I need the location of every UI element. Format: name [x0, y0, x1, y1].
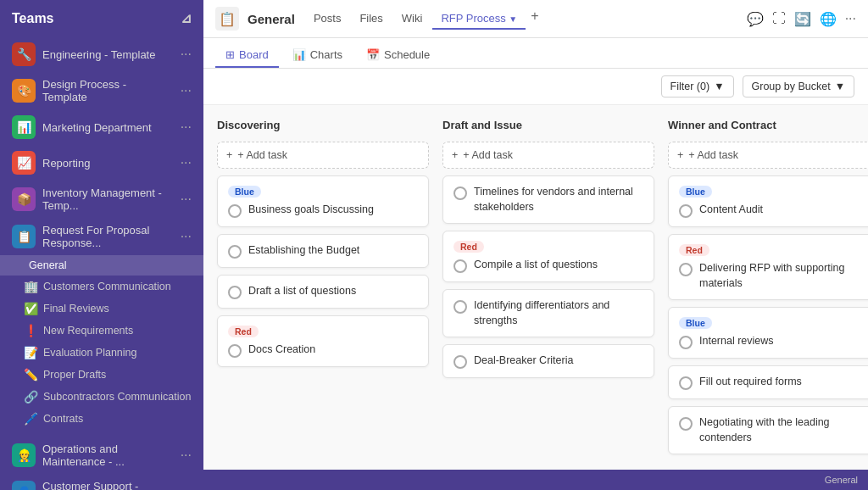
task-row-c1: Business goals Discussing — [228, 203, 418, 218]
more-icon-reporting[interactable]: ··· — [181, 155, 192, 170]
task-card-d3[interactable]: Identifying differentiators and strength… — [442, 289, 654, 337]
task-card-d2[interactable]: Red Compile a list of questions — [442, 231, 654, 282]
task-row-c3: Draft a list of questions — [228, 284, 418, 299]
sidebar-item-operations[interactable]: 👷 Operations and Maintenance - ... ··· — [0, 437, 203, 474]
task-card-w2[interactable]: Red Delivering RFP with supporting mater… — [668, 234, 868, 300]
team-name-design: Design Process - Template — [42, 78, 174, 103]
nav-wiki[interactable]: Wiki — [393, 8, 431, 30]
more-icon-inventory[interactable]: ··· — [181, 192, 192, 207]
sidebar-item-rfp[interactable]: 📋 Request For Proposal Response... ··· — [0, 218, 203, 255]
task-label-c4: Red — [228, 326, 259, 337]
nav-posts[interactable]: Posts — [305, 8, 350, 30]
more-icon-customer-support[interactable]: ··· — [181, 485, 192, 490]
bottom-bar-label: General — [825, 475, 858, 485]
more-actions-icon[interactable]: ··· — [845, 11, 856, 26]
channel-subcontractors[interactable]: 🔗 Subcontractors Communication — [0, 386, 203, 408]
other-teams-list: 👷 Operations and Maintenance - ... ··· 👤… — [0, 437, 203, 490]
channel-final[interactable]: ✅ Final Reviews — [0, 298, 203, 320]
sidebar-item-design[interactable]: 🎨 Design Process - Template ··· — [0, 72, 203, 109]
task-card-w3[interactable]: Blue Internal reviews — [668, 307, 868, 359]
task-checkbox-w3[interactable] — [679, 336, 693, 349]
channel-icon-subcontractors: 🔗 — [24, 390, 38, 404]
nav-files[interactable]: Files — [351, 8, 391, 30]
add-task-winner[interactable]: + + Add task — [668, 142, 868, 169]
sidebar-header: Teams ⊿ — [0, 0, 203, 36]
task-checkbox-w2[interactable] — [679, 263, 693, 276]
channel-contrats[interactable]: 🖊️ Contrats — [0, 408, 203, 430]
chat-icon[interactable]: 💬 — [747, 11, 764, 27]
channel-label-drafts: Proper Drafts — [43, 369, 106, 381]
globe-icon[interactable]: 🌐 — [820, 11, 837, 27]
task-label-w2: Red — [679, 244, 709, 256]
task-text-w2: Delivering RFP with supporting materials — [699, 261, 868, 291]
add-task-icon: + — [226, 149, 232, 161]
filter-icon[interactable]: ⊿ — [181, 10, 192, 26]
schedule-tab-icon: 📅 — [366, 48, 380, 61]
task-checkbox-w4[interactable] — [679, 376, 693, 390]
sidebar-item-inventory[interactable]: 📦 Inventory Management - Temp... ··· — [0, 181, 203, 218]
task-checkbox-c3[interactable] — [228, 286, 242, 299]
task-card-w5[interactable]: Negotiating with the leading contenders — [668, 406, 868, 454]
task-card-c4[interactable]: Red Docs Creation — [217, 315, 429, 367]
tab-charts[interactable]: 📊 Charts — [282, 43, 353, 68]
tab-board[interactable]: ⊞ Board — [215, 43, 279, 68]
add-task-icon-draft: + — [452, 149, 458, 161]
group-by-button[interactable]: Group by Bucket ▼ — [743, 75, 854, 97]
task-card-d4[interactable]: Deal-Breaker Criteria — [442, 344, 654, 378]
charts-tab-label: Charts — [310, 48, 342, 61]
task-checkbox-d3[interactable] — [453, 300, 467, 314]
task-checkbox-d1[interactable] — [453, 187, 467, 200]
more-icon-marketing[interactable]: ··· — [181, 120, 192, 135]
task-checkbox-c2[interactable] — [228, 245, 242, 259]
sidebar-item-customer-support[interactable]: 👤 Customer Support - Template ··· — [0, 474, 203, 490]
task-text-c1: Business goals Discussing — [248, 203, 374, 218]
task-text-w1: Content Audit — [699, 203, 763, 218]
task-card-c2[interactable]: Establishing the Budget — [217, 234, 429, 268]
channel-general[interactable]: General — [0, 255, 203, 276]
sidebar-item-marketing[interactable]: 📊 Marketing Department ··· — [0, 109, 203, 145]
expand-icon[interactable]: ⛶ — [772, 11, 786, 26]
team-name-rfp: Request For Proposal Response... — [42, 224, 174, 249]
tab-schedule[interactable]: 📅 Schedule — [356, 43, 440, 68]
channel-icon-contrats: 🖊️ — [24, 412, 38, 426]
task-card-w4[interactable]: Fill out required forms — [668, 365, 868, 399]
task-checkbox-d2[interactable] — [453, 259, 467, 273]
task-checkbox-d4[interactable] — [453, 355, 467, 369]
task-text-w4: Fill out required forms — [699, 375, 802, 390]
task-card-w1[interactable]: Blue Content Audit — [668, 175, 868, 227]
sidebar-item-reporting[interactable]: 📈 Reporting ··· — [0, 145, 203, 181]
add-task-discovering[interactable]: + + Add task — [217, 142, 429, 169]
task-card-c1[interactable]: Blue Business goals Discussing — [217, 175, 429, 227]
channel-label-eval: Evaluation Planning — [43, 347, 137, 359]
nav-rfp[interactable]: RFP Process ▼ — [432, 8, 526, 30]
task-checkbox-c1[interactable] — [228, 204, 242, 218]
more-icon-rfp[interactable]: ··· — [181, 229, 192, 244]
more-icon-design[interactable]: ··· — [181, 83, 192, 98]
channel-icon-eval: 📝 — [24, 346, 38, 359]
more-icon-operations[interactable]: ··· — [181, 448, 192, 463]
task-card-d1[interactable]: Timelines for vendors and internal stake… — [442, 175, 654, 224]
team-icon-reporting: 📈 — [12, 151, 36, 175]
board-tab-label: Board — [239, 48, 269, 61]
task-checkbox-w5[interactable] — [679, 417, 693, 431]
group-label: Group by Bucket — [752, 81, 831, 92]
nav-add[interactable]: + — [531, 8, 538, 30]
refresh-icon[interactable]: 🔄 — [794, 11, 811, 27]
channel-label-contrats: Contrats — [43, 413, 83, 425]
add-task-draft[interactable]: + + Add task — [442, 142, 654, 169]
filter-button[interactable]: Filter (0) ▼ — [661, 75, 734, 97]
more-icon-engineering[interactable]: ··· — [181, 47, 192, 62]
channel-new-req[interactable]: ❗ New Requirements — [0, 320, 203, 342]
task-row-c2: Establishing the Budget — [228, 243, 418, 259]
channel-eval[interactable]: 📝 Evaluation Planning — [0, 342, 203, 364]
task-text-d3: Identifying differentiators and strength… — [474, 298, 643, 328]
sidebar-item-engineering[interactable]: 🔧 Engineering - Template ··· — [0, 36, 203, 72]
task-checkbox-c4[interactable] — [228, 344, 242, 358]
channel-customers[interactable]: 🏢 Customers Communication — [0, 276, 203, 298]
task-card-c3[interactable]: Draft a list of questions — [217, 275, 429, 309]
task-text-d4: Deal-Breaker Criteria — [474, 354, 573, 369]
task-checkbox-w1[interactable] — [679, 204, 693, 218]
topbar-channel-name: General — [248, 12, 295, 26]
channel-icon-final: ✅ — [24, 302, 38, 315]
channel-drafts[interactable]: ✏️ Proper Drafts — [0, 364, 203, 386]
